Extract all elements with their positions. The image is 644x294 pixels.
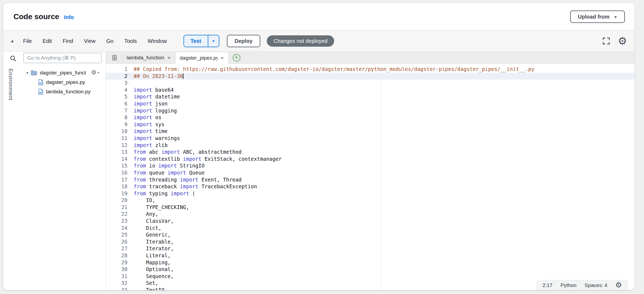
chevron-down-icon[interactable]: ▾ bbox=[26, 71, 28, 75]
gear-icon[interactable]: ⚙ bbox=[618, 36, 627, 46]
code-text: import os bbox=[127, 114, 161, 121]
indent-setting[interactable]: Spaces: 4 bbox=[584, 282, 607, 288]
tab-lambda-function-py[interactable]: lambda_function.py× bbox=[122, 52, 175, 63]
menu-tools[interactable]: Tools bbox=[119, 38, 142, 44]
environment-sidebar: Environment ▾ dagster_pipes_funct ⚙ ▾ bbox=[3, 52, 106, 290]
code-line-5[interactable]: 5import datetime bbox=[106, 93, 635, 100]
info-link[interactable]: Info bbox=[64, 14, 74, 20]
fullscreen-icon[interactable] bbox=[602, 37, 610, 45]
code-line-21[interactable]: 21 TYPE_CHECKING, bbox=[106, 204, 635, 211]
folder-settings-button[interactable]: ⚙ ▾ bbox=[91, 69, 99, 76]
code-line-20[interactable]: 20 IO, bbox=[106, 197, 635, 204]
code-text: import logging bbox=[127, 107, 177, 114]
code-text: Generic, bbox=[127, 231, 171, 238]
text-cursor bbox=[183, 73, 183, 79]
code-editor[interactable]: 1## Copied from: https://raw.githubuserc… bbox=[106, 64, 635, 290]
line-number: 21 bbox=[106, 204, 127, 211]
line-number: 6 bbox=[106, 100, 127, 107]
gear-icon[interactable]: ⚙ bbox=[615, 282, 622, 289]
code-text: import zlib bbox=[127, 142, 168, 149]
file-name: dagster_pipes.py bbox=[46, 79, 85, 85]
tab-list: lambda_function.py×dagster_pipes.py× bbox=[122, 52, 228, 63]
line-number: 30 bbox=[106, 266, 127, 273]
code-line-24[interactable]: 24 Dict, bbox=[106, 225, 635, 232]
code-line-17[interactable]: 17from threading import Event, Thread bbox=[106, 176, 635, 183]
code-text: Sequence, bbox=[127, 273, 174, 280]
code-line-6[interactable]: 6import json bbox=[106, 100, 635, 107]
code-text: from contextlib import ExitStack, contex… bbox=[127, 156, 282, 163]
code-line-9[interactable]: 9import sys bbox=[106, 121, 635, 128]
line-number: 17 bbox=[106, 176, 127, 183]
code-line-12[interactable]: 12import zlib bbox=[106, 142, 635, 149]
code-text: Set, bbox=[127, 280, 158, 287]
code-text: ## On 2023-11-30 bbox=[127, 73, 183, 80]
cursor-position[interactable]: 2:17 bbox=[542, 282, 552, 288]
code-line-14[interactable]: 14from contextlib import ExitStack, cont… bbox=[106, 156, 635, 163]
code-line-11[interactable]: 11import warnings bbox=[106, 135, 635, 142]
line-number: 14 bbox=[106, 156, 127, 163]
deploy-button[interactable]: Deploy bbox=[227, 35, 261, 47]
menu-view[interactable]: View bbox=[78, 38, 101, 44]
upload-from-button[interactable]: Upload from ▼ bbox=[570, 11, 625, 23]
code-line-29[interactable]: 29 Mapping, bbox=[106, 259, 635, 266]
menu-find[interactable]: Find bbox=[57, 38, 79, 44]
folder-name: dagster_pipes_funct bbox=[40, 70, 86, 76]
menu-go[interactable]: Go bbox=[101, 38, 119, 44]
code-text: import warnings bbox=[127, 135, 180, 142]
code-line-15[interactable]: 15from io import StringIO bbox=[106, 162, 635, 169]
code-line-25[interactable]: 25 Generic, bbox=[106, 231, 635, 238]
code-line-2[interactable]: 2## On 2023-11-30 bbox=[106, 73, 635, 80]
menu-items: FileEditFindViewGoToolsWindow bbox=[18, 38, 172, 44]
code-line-16[interactable]: 16from queue import Queue bbox=[106, 169, 635, 176]
close-icon[interactable]: × bbox=[220, 55, 224, 61]
python-file-icon: py bbox=[38, 89, 43, 95]
code-line-19[interactable]: 19from typing import ( bbox=[106, 190, 635, 197]
code-line-13[interactable]: 13from abc import ABC, abstractmethod bbox=[106, 149, 635, 156]
search-icon[interactable] bbox=[10, 55, 17, 63]
changes-not-deployed-badge: Changes not deployed bbox=[267, 35, 334, 47]
code-line-28[interactable]: 28 Literal, bbox=[106, 252, 635, 259]
code-line-22[interactable]: 22 Any, bbox=[106, 211, 635, 218]
line-number: 10 bbox=[106, 128, 127, 135]
test-split-button: Test ▼ bbox=[183, 35, 219, 47]
code-text: Mapping, bbox=[127, 259, 171, 266]
close-icon[interactable]: × bbox=[167, 55, 171, 60]
code-line-3[interactable]: 3 bbox=[106, 80, 635, 87]
code-line-18[interactable]: 18from traceback import TracebackExcepti… bbox=[106, 183, 635, 190]
code-line-31[interactable]: 31 Sequence, bbox=[106, 273, 635, 280]
code-line-8[interactable]: 8import os bbox=[106, 114, 635, 121]
code-line-26[interactable]: 26 Iterable, bbox=[106, 238, 635, 245]
code-line-27[interactable]: 27 Iterator, bbox=[106, 245, 635, 252]
gear-icon: ⚙ bbox=[91, 69, 96, 76]
goto-anything-input[interactable] bbox=[23, 53, 102, 63]
line-number: 29 bbox=[106, 259, 127, 266]
code-text: import base64 bbox=[127, 87, 174, 94]
code-line-1[interactable]: 1## Copied from: https://raw.githubuserc… bbox=[106, 66, 635, 73]
tab-bar: lambda_function.py×dagster_pipes.py× + bbox=[106, 52, 635, 64]
line-number: 16 bbox=[106, 169, 127, 176]
folder-row[interactable]: ▾ dagster_pipes_funct ⚙ ▾ bbox=[3, 68, 106, 77]
code-line-10[interactable]: 10import time bbox=[106, 128, 635, 135]
collapse-pane-icon[interactable]: ▲ bbox=[10, 39, 15, 43]
line-number: 13 bbox=[106, 149, 127, 156]
code-line-30[interactable]: 30 Optional, bbox=[106, 266, 635, 273]
tab-list-icon[interactable] bbox=[112, 55, 117, 61]
file-row-dagster-pipes-py[interactable]: py dagster_pipes.py bbox=[3, 77, 106, 87]
test-dropdown-button[interactable]: ▼ bbox=[208, 35, 219, 47]
code-line-4[interactable]: 4import base64 bbox=[106, 87, 635, 94]
code-line-7[interactable]: 7import logging bbox=[106, 107, 635, 114]
menu-file[interactable]: File bbox=[18, 38, 37, 44]
menu-edit[interactable]: Edit bbox=[37, 38, 57, 44]
code-text: Optional, bbox=[127, 266, 174, 273]
test-button[interactable]: Test bbox=[184, 35, 208, 47]
line-number: 19 bbox=[106, 190, 127, 197]
menu-window[interactable]: Window bbox=[142, 38, 172, 44]
line-number: 2 bbox=[106, 73, 127, 80]
file-row-lambda-function-py[interactable]: py lambda_function.py bbox=[3, 87, 106, 96]
tab-dagster-pipes-py[interactable]: dagster_pipes.py× bbox=[175, 52, 228, 64]
main-content: Environment ▾ dagster_pipes_funct ⚙ ▾ bbox=[3, 52, 635, 290]
line-number: 25 bbox=[106, 231, 127, 238]
language-mode[interactable]: Python bbox=[560, 282, 576, 288]
new-tab-button[interactable]: + bbox=[233, 54, 240, 61]
code-line-23[interactable]: 23 ClassVar, bbox=[106, 218, 635, 225]
